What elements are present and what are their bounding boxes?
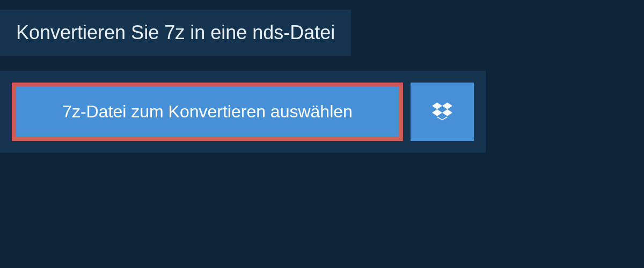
file-select-panel: 7z-Datei zum Konvertieren auswählen bbox=[0, 71, 486, 153]
select-file-button[interactable]: 7z-Datei zum Konvertieren auswählen bbox=[16, 87, 399, 137]
page-title-bar: Konvertieren Sie 7z in eine nds-Datei bbox=[0, 10, 351, 56]
dropbox-icon bbox=[432, 101, 452, 123]
page-title: Konvertieren Sie 7z in eine nds-Datei bbox=[16, 21, 335, 44]
select-file-label: 7z-Datei zum Konvertieren auswählen bbox=[62, 102, 353, 122]
dropbox-button[interactable] bbox=[411, 83, 474, 141]
select-file-highlight: 7z-Datei zum Konvertieren auswählen bbox=[12, 83, 403, 141]
